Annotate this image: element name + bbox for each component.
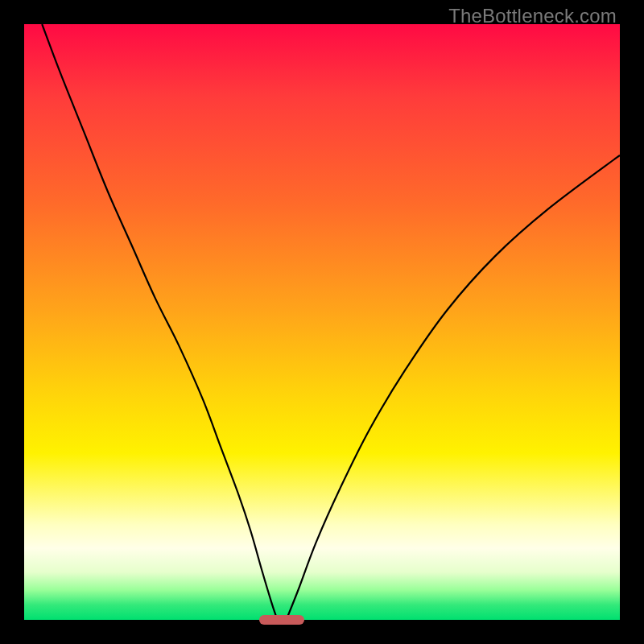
curve-left-branch (42, 24, 277, 620)
optimal-zone-marker (259, 615, 304, 625)
chart-frame: TheBottleneck.com (0, 0, 644, 644)
curve-right-branch (287, 155, 620, 620)
bottleneck-curve (24, 24, 620, 620)
watermark-text: TheBottleneck.com (448, 5, 617, 27)
